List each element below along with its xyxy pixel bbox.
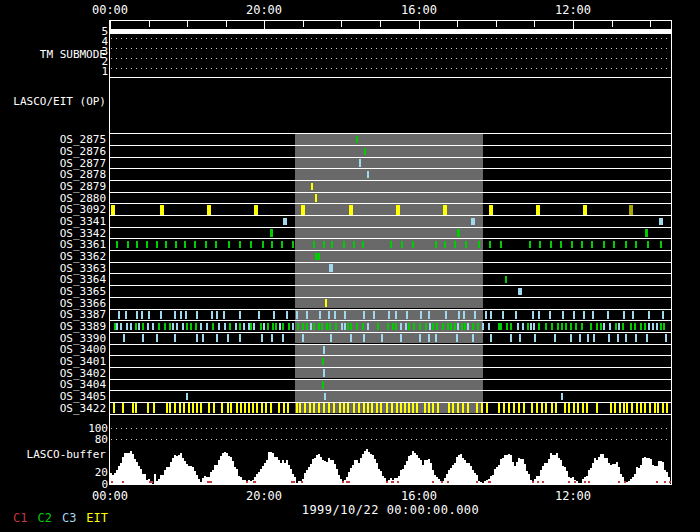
event-tick bbox=[125, 311, 127, 319]
tm-level-tick-label: 1 bbox=[0, 66, 108, 77]
event-tick bbox=[256, 403, 258, 413]
event-tick bbox=[323, 403, 325, 413]
event-tick bbox=[648, 323, 650, 331]
shade-region bbox=[295, 181, 483, 192]
timeline-row-OS_3092 bbox=[110, 203, 671, 215]
event-tick bbox=[536, 205, 540, 215]
event-tick bbox=[216, 311, 218, 319]
timeline-row-OS_2877 bbox=[110, 157, 671, 169]
event-tick bbox=[323, 369, 325, 377]
timeline-row-OS_3363 bbox=[110, 262, 671, 274]
event-tick bbox=[570, 323, 572, 331]
event-tick bbox=[169, 403, 171, 413]
event-tick bbox=[239, 311, 241, 319]
event-tick bbox=[647, 241, 649, 249]
time-label-bottom: 12:00 bbox=[555, 490, 591, 502]
event-tick bbox=[265, 403, 267, 413]
event-tick bbox=[519, 334, 521, 342]
event-tick bbox=[392, 323, 394, 331]
event-tick bbox=[476, 403, 478, 413]
buffer-red-marker bbox=[254, 481, 256, 483]
hour-tick bbox=[341, 21, 342, 27]
event-tick bbox=[263, 323, 265, 331]
event-tick bbox=[444, 241, 446, 249]
buffer-red-marker bbox=[584, 481, 586, 483]
event-tick bbox=[218, 323, 220, 331]
lasco-eit-op-label: LASCO/EIT (OP) bbox=[0, 96, 106, 107]
event-tick bbox=[448, 403, 450, 413]
event-tick bbox=[489, 241, 491, 249]
event-tick bbox=[396, 205, 400, 215]
event-tick bbox=[146, 241, 148, 249]
event-tick bbox=[353, 403, 355, 413]
buffer-baseline bbox=[110, 484, 672, 485]
event-tick bbox=[126, 323, 128, 331]
event-tick bbox=[306, 311, 308, 319]
event-tick bbox=[227, 403, 229, 413]
event-tick bbox=[482, 323, 484, 331]
event-tick bbox=[568, 403, 570, 413]
event-tick bbox=[654, 403, 656, 413]
time-label-top: 20:00 bbox=[246, 4, 282, 16]
event-tick bbox=[583, 205, 587, 215]
time-label-top: 00:00 bbox=[92, 4, 128, 16]
tm-level-gridline bbox=[111, 58, 670, 59]
event-tick bbox=[279, 323, 281, 331]
hour-tick bbox=[612, 21, 613, 27]
event-tick bbox=[666, 403, 668, 413]
event-tick bbox=[435, 334, 437, 342]
event-tick bbox=[363, 334, 365, 342]
event-tick bbox=[275, 323, 277, 331]
date-label: 1999/10/22 00:00:00.000 bbox=[110, 504, 671, 517]
event-tick bbox=[467, 403, 469, 413]
event-tick bbox=[236, 403, 238, 413]
event-tick bbox=[610, 403, 612, 413]
time-label-top: 12:00 bbox=[555, 4, 591, 16]
buffer-red-marker bbox=[386, 481, 388, 483]
event-tick bbox=[292, 241, 294, 249]
legend-item-c1: C1 bbox=[13, 512, 27, 524]
event-tick bbox=[545, 323, 547, 331]
event-tick bbox=[240, 403, 242, 413]
timeline-row-OS_3341 bbox=[110, 215, 671, 227]
timeline-row-OS_2879 bbox=[110, 180, 671, 192]
event-tick bbox=[273, 311, 275, 319]
event-tick bbox=[318, 323, 320, 331]
event-tick bbox=[592, 311, 594, 319]
event-tick bbox=[467, 323, 469, 331]
event-tick bbox=[436, 323, 438, 331]
event-tick bbox=[437, 403, 439, 413]
event-tick bbox=[390, 241, 392, 249]
event-tick bbox=[206, 323, 208, 331]
event-tick bbox=[304, 403, 306, 413]
event-tick bbox=[505, 276, 507, 284]
event-tick bbox=[395, 311, 397, 319]
buffer-red-marker bbox=[624, 481, 626, 483]
timeline-row-OS_2876 bbox=[110, 145, 671, 157]
event-tick bbox=[549, 311, 551, 319]
event-tick bbox=[323, 241, 325, 249]
event-tick bbox=[400, 323, 402, 331]
event-tick bbox=[349, 205, 353, 215]
event-tick bbox=[498, 403, 500, 413]
event-tick bbox=[452, 403, 454, 413]
event-tick bbox=[186, 323, 188, 331]
event-tick bbox=[373, 311, 375, 319]
event-tick bbox=[570, 334, 572, 342]
event-tick bbox=[575, 323, 577, 331]
hour-tick bbox=[303, 21, 304, 27]
event-tick bbox=[623, 403, 625, 413]
hour-tick bbox=[650, 21, 651, 27]
event-tick bbox=[571, 241, 573, 249]
buffer-red-marker bbox=[207, 481, 209, 483]
event-tick bbox=[527, 323, 529, 331]
event-tick bbox=[498, 323, 500, 331]
event-tick bbox=[182, 323, 184, 331]
event-tick bbox=[662, 403, 664, 413]
event-tick bbox=[564, 403, 566, 413]
timeline-row-OS_3401 bbox=[110, 355, 671, 367]
event-tick bbox=[462, 403, 464, 413]
buffer-red-marker bbox=[618, 481, 620, 483]
event-tick bbox=[472, 323, 474, 331]
shade-region bbox=[295, 298, 483, 309]
